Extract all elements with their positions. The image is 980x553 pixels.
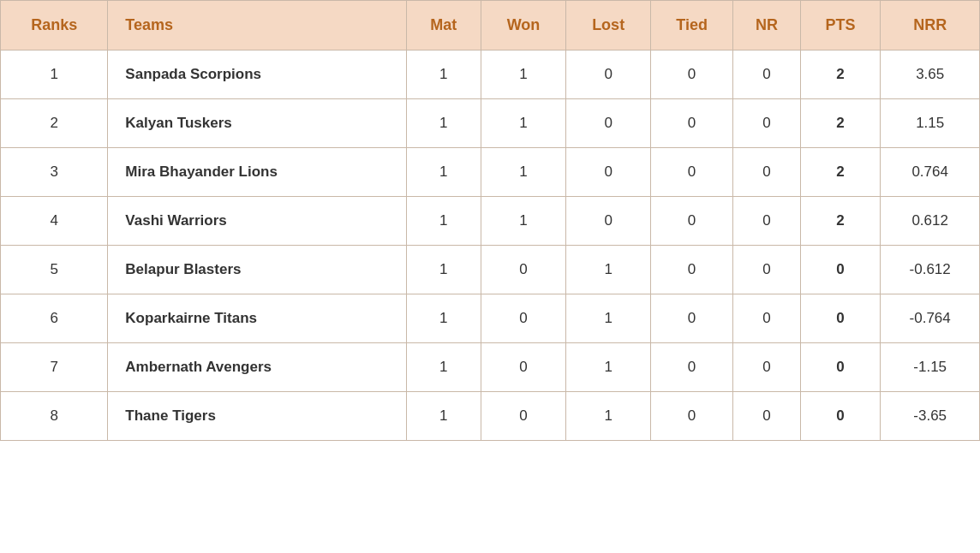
tied-cell: 0: [650, 197, 732, 246]
team-cell: Vashi Warriors: [108, 197, 406, 246]
lost-cell: 0: [566, 148, 651, 197]
team-cell: Sanpada Scorpions: [108, 51, 406, 99]
won-cell: 1: [481, 197, 566, 246]
won-cell: 1: [481, 148, 566, 197]
pts-cell: 0: [800, 294, 881, 343]
team-cell: Belapur Blasters: [108, 246, 406, 294]
table-row: 7 Ambernath Avengers 1 0 1 0 0 0 -1.15: [1, 343, 980, 392]
team-cell: Kalyan Tuskers: [108, 99, 406, 148]
header-mat: Mat: [406, 1, 481, 51]
pts-cell: 2: [800, 99, 881, 148]
table-row: 8 Thane Tigers 1 0 1 0 0 0 -3.65: [1, 392, 980, 441]
nrr-cell: -1.15: [881, 343, 980, 392]
lost-cell: 0: [566, 99, 651, 148]
nr-cell: 0: [733, 294, 801, 343]
pts-cell: 0: [800, 343, 881, 392]
table-row: 5 Belapur Blasters 1 0 1 0 0 0 -0.612: [1, 246, 980, 294]
team-cell: Thane Tigers: [108, 392, 406, 441]
nrr-cell: -0.612: [881, 246, 980, 294]
tied-cell: 0: [650, 392, 732, 441]
won-cell: 0: [481, 343, 566, 392]
mat-cell: 1: [406, 197, 481, 246]
nr-cell: 0: [733, 148, 801, 197]
nr-cell: 0: [733, 99, 801, 148]
rank-cell: 5: [1, 246, 108, 294]
header-nr: NR: [733, 1, 801, 51]
lost-cell: 1: [566, 343, 651, 392]
mat-cell: 1: [406, 392, 481, 441]
table-row: 6 Koparkairne Titans 1 0 1 0 0 0 -0.764: [1, 294, 980, 343]
nrr-cell: 0.764: [881, 148, 980, 197]
rank-cell: 7: [1, 343, 108, 392]
nrr-cell: 3.65: [881, 51, 980, 99]
table-header-row: Ranks Teams Mat Won Lost Tied NR PTS NRR: [1, 1, 980, 51]
nr-cell: 0: [733, 51, 801, 99]
table-row: 3 Mira Bhayander Lions 1 1 0 0 0 2 0.764: [1, 148, 980, 197]
header-ranks: Ranks: [1, 1, 108, 51]
tied-cell: 0: [650, 246, 732, 294]
lost-cell: 1: [566, 294, 651, 343]
nr-cell: 0: [733, 246, 801, 294]
standings-table: Ranks Teams Mat Won Lost Tied NR PTS NRR…: [0, 0, 980, 441]
header-won: Won: [481, 1, 566, 51]
won-cell: 0: [481, 392, 566, 441]
table-row: 2 Kalyan Tuskers 1 1 0 0 0 2 1.15: [1, 99, 980, 148]
pts-cell: 2: [800, 51, 881, 99]
team-cell: Ambernath Avengers: [108, 343, 406, 392]
header-pts: PTS: [800, 1, 881, 51]
tied-cell: 0: [650, 148, 732, 197]
rank-cell: 8: [1, 392, 108, 441]
header-tied: Tied: [650, 1, 732, 51]
won-cell: 1: [481, 99, 566, 148]
won-cell: 1: [481, 51, 566, 99]
tied-cell: 0: [650, 99, 732, 148]
rank-cell: 3: [1, 148, 108, 197]
rank-cell: 6: [1, 294, 108, 343]
rank-cell: 4: [1, 197, 108, 246]
mat-cell: 1: [406, 99, 481, 148]
nr-cell: 0: [733, 197, 801, 246]
rank-cell: 1: [1, 51, 108, 99]
table-row: 4 Vashi Warriors 1 1 0 0 0 2 0.612: [1, 197, 980, 246]
rank-cell: 2: [1, 99, 108, 148]
nr-cell: 0: [733, 343, 801, 392]
team-cell: Koparkairne Titans: [108, 294, 406, 343]
tied-cell: 0: [650, 294, 732, 343]
team-cell: Mira Bhayander Lions: [108, 148, 406, 197]
nrr-cell: -0.764: [881, 294, 980, 343]
header-lost: Lost: [566, 1, 651, 51]
pts-cell: 2: [800, 197, 881, 246]
tied-cell: 0: [650, 51, 732, 99]
lost-cell: 0: [566, 51, 651, 99]
lost-cell: 1: [566, 246, 651, 294]
header-teams: Teams: [108, 1, 406, 51]
won-cell: 0: [481, 294, 566, 343]
nrr-cell: 0.612: [881, 197, 980, 246]
mat-cell: 1: [406, 51, 481, 99]
nrr-cell: 1.15: [881, 99, 980, 148]
mat-cell: 1: [406, 246, 481, 294]
won-cell: 0: [481, 246, 566, 294]
table-row: 1 Sanpada Scorpions 1 1 0 0 0 2 3.65: [1, 51, 980, 99]
nr-cell: 0: [733, 392, 801, 441]
pts-cell: 0: [800, 392, 881, 441]
mat-cell: 1: [406, 343, 481, 392]
tied-cell: 0: [650, 343, 732, 392]
lost-cell: 0: [566, 197, 651, 246]
mat-cell: 1: [406, 148, 481, 197]
header-nrr: NRR: [881, 1, 980, 51]
nrr-cell: -3.65: [881, 392, 980, 441]
mat-cell: 1: [406, 294, 481, 343]
pts-cell: 2: [800, 148, 881, 197]
pts-cell: 0: [800, 246, 881, 294]
lost-cell: 1: [566, 392, 651, 441]
